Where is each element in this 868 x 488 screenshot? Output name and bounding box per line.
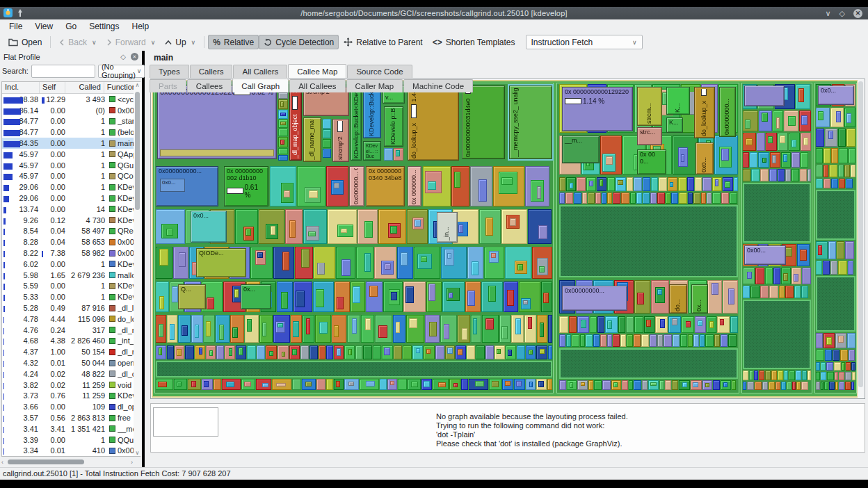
tab-all-callees[interactable]: All Callees [289,79,345,92]
table-row[interactable]: 98.3812.293 493<cycle 42> [2,94,140,105]
grouping-select[interactable]: (No Grouping) ∨ [98,65,145,78]
menu-help[interactable]: Help [126,20,156,33]
treemap-scrollbar[interactable] [858,80,864,398]
menu-settings[interactable]: Settings [83,20,125,33]
scrollbar-handle[interactable] [135,92,140,210]
treemap-block[interactable]: Q... [178,284,206,309]
chevron-down-icon[interactable]: ∨ [191,39,196,46]
treemap-subblock[interactable]: 0x0... [160,179,185,192]
table-row[interactable]: 5.981.652 679 236malloc [2,270,140,281]
table-row[interactable]: 3.413.411 351 421__memcpy [2,423,140,434]
table-row[interactable]: 84.350.001main [2,138,140,149]
table-row[interactable]: 86.140.00(0)0x0000000 [2,105,140,116]
table-row[interactable]: 5.590.001KDevelop:: [2,281,140,292]
dock-close-icon[interactable]: ✕ [131,53,138,60]
table-row[interactable]: 9.260.124 730KDevelop:: [2,215,140,226]
treemap-block[interactable]: 0x 000... [637,149,666,174]
shorten-templates-toggle[interactable]: <> Shorten Templates [428,35,520,49]
table-horizontal-scrollbar[interactable]: ‹ › [1,458,133,466]
close-icon[interactable]: ✕ [853,9,862,18]
treemap-block[interactable]: 0x0... [191,211,227,243]
table-row[interactable]: 13.740.0014KDevelop:: [2,204,140,215]
back-button[interactable]: Back∨ [54,35,101,49]
treemap-block[interactable]: do_lookup_x 0.43 % [694,87,715,138]
treemap-block[interactable]: strcmp'2 0.43 % [332,119,349,162]
treemap-block[interactable]: 0x 000000... [408,166,421,206]
table-vertical-scrollbar[interactable]: ∧ ∨ [134,82,141,456]
table-row[interactable]: 4.371.0050 154_dl_map_o [2,346,140,357]
treemap-block[interactable]: strc... [637,127,662,145]
chevron-down-icon[interactable]: ∨ [92,39,97,46]
col-header-self[interactable]: Self [40,82,65,93]
table-row[interactable]: 5.280.4987 916_dl_lookup [2,302,140,314]
scroll-down-arrow[interactable]: ∨ [134,450,141,456]
table-row[interactable]: 3.390.001QQuickVie [2,434,140,446]
tab-parts[interactable]: Parts [150,79,186,92]
treemap-block[interactable]: 0x00000000031d4e0 1.28 % [462,86,505,159]
table-row[interactable]: 8.540.0458 497QRegExp:: [2,226,140,237]
scroll-left-arrow[interactable]: ‹ [1,459,3,466]
col-header-called[interactable]: Called [65,82,104,93]
treemap-block[interactable]: do_lookup_x 1.44 % [408,86,459,161]
float-icon[interactable]: ◇ [120,53,126,60]
scroll-up-arrow[interactable]: ∧ [134,82,141,88]
menu-go[interactable]: Go [59,20,83,33]
table-row[interactable]: 6.020.001KDevelop:: [2,259,140,270]
menu-file[interactable]: File [3,20,29,33]
forward-button[interactable]: Forward∨ [102,35,161,49]
treemap-block[interactable]: 0x 00000000340 34be8 [366,166,405,206]
tab-callee-map[interactable]: Callee Map [288,64,346,78]
cycle-detection-toggle[interactable]: Cycle Detection [259,35,339,49]
tab-call-graph[interactable]: Call Graph [232,79,289,92]
table-row[interactable]: 84.770.001(below mai [2,127,140,138]
treemap-block[interactable]: _dl_name_match_p 1.04 % [303,117,321,162]
table-row[interactable]: 45.970.001QCoreAppl [2,171,140,182]
table-row[interactable]: 5.330.001KDevSplash [2,291,140,302]
treemap-block[interactable]: do... [669,284,687,314]
treemap-block[interactable]: strcm... [637,87,662,126]
treemap-block[interactable]: KDevelo p::Buc... [384,106,403,147]
treemap-block[interactable]: 0x... [691,284,708,314]
chevron-down-icon[interactable]: ∨ [151,39,156,46]
table-row[interactable]: 29.060.001KDevelop:: [2,193,140,204]
table-row[interactable]: 3.820.0211 259void KDeve [2,380,140,391]
table-row[interactable]: 3.570.562 863 813free [2,412,140,423]
treemap-block[interactable]: 0x 00000000001292201.14 % [562,87,633,131]
minimize-icon[interactable]: ∨ [825,8,830,19]
tab-machine-code[interactable]: Machine Code [403,79,473,92]
open-button[interactable]: Open [3,35,47,49]
tab-callees[interactable]: Callees [187,79,232,92]
table-row[interactable]: 84.770.001_start [2,116,140,127]
table-row[interactable]: 4.760.24317_dl_relocat [2,325,140,336]
treemap-block[interactable]: 0x0000000... [719,87,736,137]
table-row[interactable]: 4.320.0150 044openaux [2,357,140,368]
col-header-incl[interactable]: Incl. [2,82,40,93]
treemap-block[interactable]: 0x... [241,284,271,309]
treemap-block[interactable]: 0x000000... 000461... [349,166,364,206]
treemap-block[interactable]: 0x00... [744,245,786,265]
treemap-block[interactable]: 0x00000000001292203.82 % [157,86,277,159]
table-row[interactable]: 8.227.3858 9820x0000000 [2,247,140,259]
table-row[interactable]: 3.730.7611 259KDevelop:: [2,391,140,402]
menu-view[interactable]: View [29,20,59,33]
treemap-block[interactable]: KDevelop::Bucket<KDevel... [351,86,362,161]
table-row[interactable]: 3.340.014100x0000000 [2,446,140,457]
table-row[interactable]: 4.684.382 826 460_int_mallo [2,336,140,347]
treemap-block[interactable]: QIODe... [196,248,246,277]
treemap-block[interactable]: 0x0... [696,143,714,174]
treemap-block[interactable]: KDevel... ::Buck... [363,141,381,161]
table-row[interactable]: 4.240.0248 822_dl_catch_ [2,368,140,380]
scrollbar-handle[interactable] [858,81,863,387]
table-row[interactable]: 3.660.00109dl_open_w [2,401,140,412]
treemap-block[interactable]: 0x000000000...0x0... [156,166,218,206]
table-row[interactable]: 29.060.001KDevelop:: [2,181,140,193]
up-button[interactable]: Up∨ [160,35,200,49]
relative-toggle[interactable]: % Relative [208,35,259,49]
treemap-block[interactable]: KDevelop::Bucket <KDevelop::Qu... [363,86,381,138]
tab-callers[interactable]: Callers [190,65,233,78]
treemap-block[interactable]: _dl_map_object 1.96 % [289,86,302,161]
relative-to-parent-toggle[interactable]: Relative to Parent [339,35,427,49]
tab-caller-map[interactable]: Caller Map [346,79,403,92]
treemap-block[interactable]: __memcpy_sse2_ unaligned 1.39 % [509,86,552,159]
scrollbar-handle[interactable] [8,459,84,464]
